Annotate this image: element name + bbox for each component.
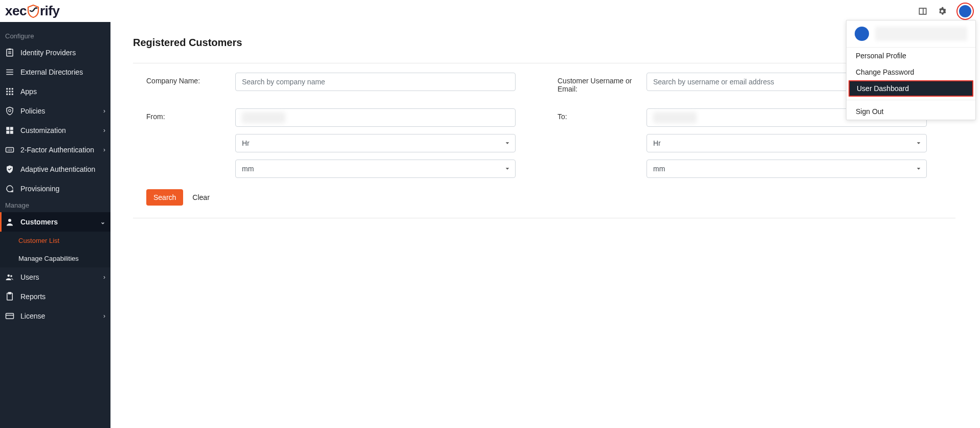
svg-rect-20: [10, 131, 13, 134]
svg-rect-17: [6, 127, 9, 130]
search-form: Company Name: Customer Username or Email…: [133, 63, 955, 218]
card-icon: [5, 311, 14, 321]
sidebar-item-policies[interactable]: Policies ›: [0, 101, 110, 121]
brand-text-2: rify: [40, 3, 59, 19]
from-hour-select[interactable]: Hr: [235, 134, 516, 152]
svg-rect-12: [12, 91, 13, 93]
svg-rect-2: [8, 52, 11, 53]
from-label: From:: [133, 108, 235, 127]
svg-rect-4: [6, 70, 13, 71]
sidebar-item-users[interactable]: Users ›: [0, 267, 110, 287]
svg-rect-9: [12, 88, 13, 89]
chevron-right-icon: ›: [103, 274, 105, 281]
svg-rect-1: [9, 49, 11, 50]
sidebar-item-label: Reports: [20, 292, 46, 301]
svg-rect-13: [6, 94, 8, 95]
avatar-icon: [958, 4, 972, 18]
svg-rect-3: [8, 53, 11, 54]
svg-rect-5: [6, 72, 13, 73]
sidebar-section-manage: Manage: [0, 198, 110, 212]
brand-logo: xec rify: [5, 3, 59, 19]
digits-icon: 123: [5, 145, 14, 154]
sidebar-item-reports[interactable]: Reports: [0, 287, 110, 306]
sidebar-item-label: External Directories: [20, 68, 83, 76]
sidebar-item-label: 2-Factor Authentication: [20, 146, 94, 154]
chevron-right-icon: ›: [103, 127, 105, 134]
svg-point-23: [8, 219, 11, 222]
idp-icon: [5, 48, 14, 57]
page-header: Registered Customers Bulk Upload: [133, 34, 955, 63]
svg-text:123: 123: [8, 148, 12, 151]
svg-rect-11: [9, 91, 11, 93]
svg-rect-8: [9, 88, 11, 89]
book-icon[interactable]: [918, 6, 928, 16]
sidebar-item-label: Customers: [20, 218, 58, 226]
sidebar-item-label: Adaptive Authentication: [20, 165, 95, 173]
shield-check-icon: [5, 165, 14, 174]
clear-button[interactable]: Clear: [192, 193, 209, 201]
grid-icon: [5, 87, 14, 96]
sidebar-item-label: Policies: [20, 107, 45, 115]
svg-rect-0: [7, 49, 13, 56]
dropdown-header: [847, 20, 975, 48]
menu-change-password[interactable]: Change Password: [847, 64, 975, 80]
blocks-icon: [5, 126, 14, 135]
dropdown-separator: [847, 100, 975, 100]
user-dropdown: Personal Profile Change Password User Da…: [846, 20, 976, 120]
chevron-down-icon: ⌄: [100, 218, 105, 226]
gear-icon[interactable]: [937, 6, 947, 16]
to-hour-select[interactable]: Hr: [647, 134, 927, 152]
topbar-actions: [918, 3, 974, 20]
avatar-icon: [855, 27, 869, 41]
company-name-label: Company Name:: [133, 73, 235, 93]
from-date-input[interactable]: [235, 108, 516, 127]
sidebar-item-identity-providers[interactable]: Identity Providers: [0, 43, 110, 62]
avatar-button[interactable]: [956, 3, 974, 20]
menu-user-dashboard[interactable]: User Dashboard: [849, 80, 973, 97]
sidebar-item-external-directories[interactable]: External Directories: [0, 62, 110, 82]
sidebar-subitem-manage-capabilities[interactable]: Manage Capabilities: [0, 250, 110, 267]
svg-rect-28: [6, 313, 14, 319]
company-name-input[interactable]: [235, 73, 516, 91]
sidebar: Configure Identity Providers External Di…: [0, 22, 110, 428]
sidebar-section-configure: Configure: [0, 29, 110, 43]
sidebar-subitem-customer-list[interactable]: Customer List: [0, 232, 110, 250]
menu-personal-profile[interactable]: Personal Profile: [847, 48, 975, 64]
sidebar-item-customization[interactable]: Customization ›: [0, 121, 110, 140]
search-button[interactable]: Search: [146, 189, 183, 206]
sidebar-item-label: Users: [20, 273, 39, 281]
sidebar-item-provisioning[interactable]: Provisioning: [0, 179, 110, 198]
sidebar-item-customers[interactable]: Customers ⌄: [0, 212, 110, 232]
svg-rect-19: [6, 131, 9, 134]
people-icon: [5, 273, 14, 282]
sidebar-item-label: Apps: [20, 87, 37, 96]
svg-point-16: [9, 109, 11, 112]
chevron-right-icon: ›: [103, 107, 105, 115]
to-minute-select[interactable]: mm: [647, 160, 927, 178]
username-email-label: Customer Username or Email:: [544, 73, 647, 93]
sidebar-submenu-customers: Customer List Manage Capabilities: [0, 232, 110, 267]
sidebar-item-2fa[interactable]: 123 2-Factor Authentication ›: [0, 140, 110, 160]
chevron-right-icon: ›: [103, 312, 105, 320]
sidebar-item-label: Customization: [20, 126, 66, 134]
svg-rect-7: [6, 88, 8, 89]
sidebar-item-license[interactable]: License ›: [0, 306, 110, 326]
svg-point-25: [10, 275, 12, 277]
svg-rect-18: [10, 127, 13, 130]
sync-icon: [5, 184, 14, 193]
svg-rect-6: [6, 74, 13, 75]
svg-rect-15: [12, 94, 13, 95]
from-minute-select[interactable]: mm: [235, 160, 516, 178]
list-icon: [5, 67, 14, 77]
menu-sign-out[interactable]: Sign Out: [847, 103, 975, 120]
topbar: xec rify: [0, 0, 980, 22]
sidebar-item-adaptive-auth[interactable]: Adaptive Authentication: [0, 160, 110, 179]
chevron-right-icon: ›: [103, 146, 105, 153]
svg-rect-10: [6, 91, 8, 93]
dropdown-username: [875, 27, 967, 41]
to-label: To:: [544, 108, 647, 127]
sidebar-item-apps[interactable]: Apps: [0, 82, 110, 101]
shield-cog-icon: [5, 106, 14, 116]
sidebar-item-label: Identity Providers: [20, 49, 76, 57]
clipboard-icon: [5, 292, 14, 301]
